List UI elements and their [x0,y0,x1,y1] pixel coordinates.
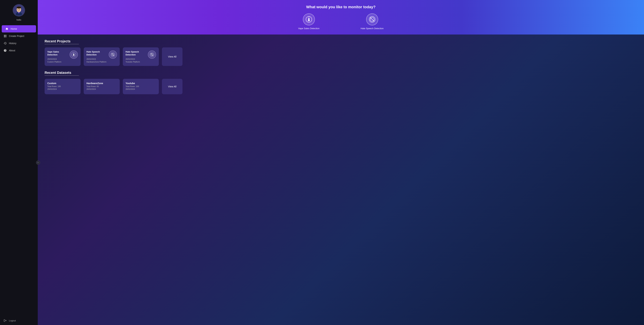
dataset-youtube-rows: Total Rows: 100 [126,85,156,87]
sidebar-history-label: History [9,42,16,45]
dataset-hardwarezone-title: HardwareZone [86,82,117,85]
project-card-1-icon [70,51,78,59]
content-area: Recent Projects Vape Sales Detection 29/… [38,35,644,99]
dataset-hardwarezone-date: 28/02/2024 [86,88,117,90]
history-icon [4,42,7,45]
project-card-2-title: Hate Speech Detection [86,51,107,56]
project-card-hate-hardware[interactable]: Hate Speech Detection 28/02/2024 Hardwar… [84,47,120,66]
sidebar: hello Home Create Project [0,0,38,325]
svg-point-7 [17,7,21,9]
question-icon [4,49,7,52]
sidebar-about-label: About [9,49,15,52]
recent-projects-cards: Vape Sales Detection 29/03/2024 Custom P… [44,47,637,66]
sidebar-create-label: Create Project [9,35,24,38]
hero-title: What would you like to monitor today? [48,5,634,9]
project-card-hate-youtube[interactable]: Hate Speech Detection 28/02/2024 Youtube… [123,47,159,66]
dataset-card-youtube[interactable]: Youtube Total Rows: 100 28/02/2024 [123,79,159,94]
svg-point-9 [20,9,20,10]
main-content: What would you like to monitor today? Va… [38,0,644,325]
username-label: hello [16,19,21,21]
project-card-3-title: Hate Speech Detection [126,51,146,56]
project-card-3-date: 28/02/2024 [126,58,146,60]
dataset-youtube-date: 28/02/2024 [126,88,156,90]
dataset-card-custom[interactable]: Custom Total Rows: 195 29/03/2024 [44,79,80,94]
project-card-2-date: 28/02/2024 [86,58,107,60]
hero-option-hate[interactable]: Hate Speech Detection [361,14,384,30]
logout-button[interactable]: Logout [0,316,38,325]
project-card-2-icon [109,51,117,59]
recent-projects-section: Recent Projects Vape Sales Detection 29/… [44,39,637,66]
sidebar-item-about[interactable]: About [0,47,38,54]
svg-point-8 [18,9,18,10]
sidebar-home-label: Home [11,28,17,30]
vape-icon [306,16,312,23]
sidebar-profile: hello [0,0,38,24]
datasets-view-all-label: View All [168,85,176,88]
project-card-hate-hardware-text: Hate Speech Detection 28/02/2024 Hardwar… [86,51,107,63]
project-card-hate-youtube-text: Hate Speech Detection 28/02/2024 Youtube… [126,51,146,63]
project-card-2-platform: HardwareZone Platform [86,61,107,63]
svg-rect-12 [308,18,310,21]
hate-icon-circle [366,14,378,26]
project-card-vape-custom-text: Vape Sales Detection 29/03/2024 Custom P… [47,51,68,63]
hate-speech-icon [369,16,376,23]
dataset-custom-title: Custom [47,82,78,85]
grid-icon [4,34,7,38]
datasets-view-all-card[interactable]: View All [162,79,182,94]
svg-rect-18 [73,54,74,55]
vape-option-label: Vape Sales Detection [298,27,320,30]
recent-datasets-section: Recent Datasets Custom Total Rows: 195 2… [44,71,637,94]
logout-label: Logout [9,319,16,322]
hero-banner: What would you like to monitor today? Va… [38,0,644,35]
project-card-1-date: 29/03/2024 [47,58,68,60]
recent-datasets-title: Recent Datasets [44,71,637,75]
hero-option-vape[interactable]: Vape Sales Detection [298,14,320,30]
dataset-hardwarezone-rows: Total Rows: 65 [86,85,117,87]
project-card-1-title: Vape Sales Detection [47,51,68,56]
sidebar-item-create-project[interactable]: Create Project [0,33,38,40]
recent-projects-divider [44,44,79,44]
recent-datasets-divider [44,75,79,76]
hero-options: Vape Sales Detection Hate Speech Detecti… [48,14,634,30]
dataset-custom-rows: Total Rows: 195 [47,85,78,87]
sidebar-collapse-button[interactable]: < [36,161,40,165]
dataset-card-hardwarezone[interactable]: HardwareZone Total Rows: 65 28/02/2024 [84,79,120,94]
project-card-vape-custom[interactable]: Vape Sales Detection 29/03/2024 Custom P… [44,47,80,66]
vape-icon-circle [303,14,315,26]
project-card-1-platform: Custom Platform [47,61,68,63]
hate-option-label: Hate Speech Detection [361,27,384,30]
dataset-custom-date: 29/03/2024 [47,88,78,90]
home-icon [5,27,8,31]
logout-icon [4,319,7,322]
recent-projects-title: Recent Projects [44,39,637,43]
dataset-youtube-title: Youtube [126,82,156,85]
sidebar-nav: Home Create Project History [0,25,38,316]
recent-datasets-cards: Custom Total Rows: 195 29/03/2024 Hardwa… [44,79,637,94]
projects-view-all-label: View All [168,55,176,58]
sidebar-item-home[interactable]: Home [2,25,36,33]
svg-line-15 [370,18,374,21]
project-card-3-icon [148,51,156,59]
project-card-3-platform: Youtube Platform [126,61,146,63]
projects-view-all-card[interactable]: View All [162,47,182,66]
avatar [13,4,25,17]
sidebar-item-history[interactable]: History [0,40,38,47]
